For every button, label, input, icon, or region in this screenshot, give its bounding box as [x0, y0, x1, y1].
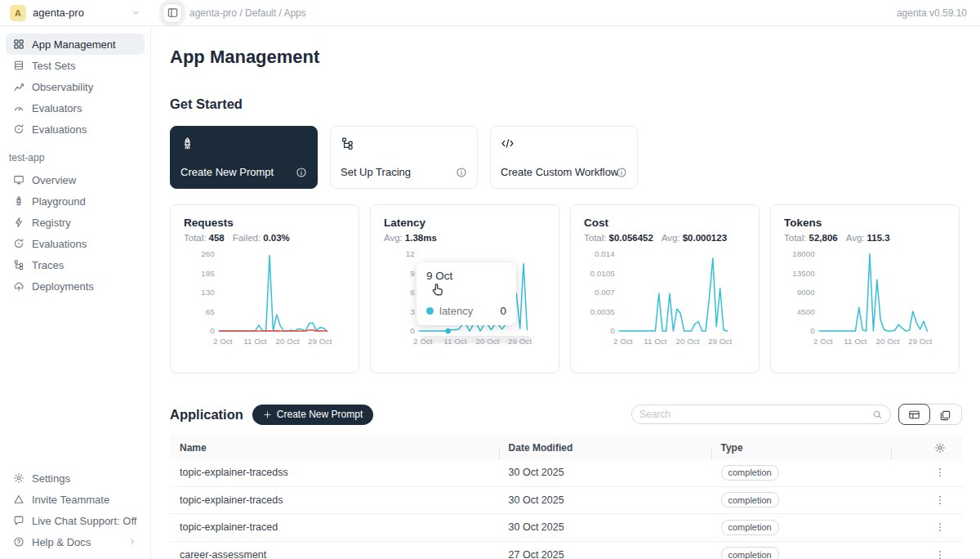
grid-icon — [13, 38, 24, 50]
sidebar-item-label: Deployments — [32, 280, 94, 293]
cost-chart[interactable]: 00.00350.0070.01050.0142 Oct11 Oct20 Oct… — [584, 246, 747, 350]
sidebar-item-overview[interactable]: Overview — [6, 169, 145, 190]
sidebar-item-label: Overview — [32, 174, 76, 186]
sidebar-item-traces[interactable]: Traces — [6, 254, 145, 275]
get-started-card-label: Set Up Tracing — [341, 166, 411, 178]
triangle-icon — [13, 494, 24, 505]
cell-type: completion — [711, 520, 891, 535]
svg-text:11 Oct: 11 Oct — [443, 337, 467, 346]
table-view-button[interactable] — [898, 404, 930, 425]
svg-text:20 Oct: 20 Oct — [275, 337, 299, 346]
sidebar-item-label: Evaluators — [32, 102, 82, 114]
sidebar-item-label: App Management — [32, 38, 116, 51]
svg-text:0.0035: 0.0035 — [590, 307, 615, 316]
dots-vertical-icon — [934, 494, 946, 506]
dots-vertical-icon — [934, 549, 946, 559]
application-heading: Application — [170, 407, 243, 423]
topbar: A agenta-pro agenta-pro / Default / Apps… — [0, 0, 980, 26]
sidebar-item-registry[interactable]: Registry — [6, 212, 145, 233]
stat-card-summary: Avg:1.38ms — [384, 233, 546, 243]
stat-card-cost: CostTotal:$0.056452Avg:$0.00012300.00350… — [570, 204, 760, 373]
main-content: App Management Get Started Create New Pr… — [151, 0, 980, 559]
svg-text:11 Oct: 11 Oct — [844, 337, 867, 346]
table-row[interactable]: topic-explainer-traceds30 Oct 2025comple… — [170, 487, 962, 515]
sidebar-item-observability[interactable]: Observability — [6, 76, 145, 97]
info-icon[interactable] — [616, 167, 627, 178]
app-version: agenta v0.59.10 — [897, 7, 980, 19]
search-input[interactable] — [639, 409, 872, 420]
sidebar-item-evaluations[interactable]: Evaluations — [6, 119, 145, 140]
search-icon[interactable] — [872, 409, 883, 420]
table-settings-button[interactable] — [891, 442, 962, 454]
stat-card-summary: Total:458Failed:0.03% — [184, 233, 345, 243]
sidebar-footer-nav: SettingsInvite TeammateLive Chat Support… — [6, 467, 145, 552]
svg-text:9000: 9000 — [797, 288, 816, 297]
table-row[interactable]: career-assessment27 Oct 2025completion — [170, 542, 962, 559]
cursor-hand-icon — [430, 282, 445, 297]
svg-text:2 Oct: 2 Oct — [613, 337, 633, 346]
svg-text:4500: 4500 — [797, 307, 816, 316]
monitor-icon — [13, 174, 24, 186]
stat-card-tokens: TokensTotal:52,806Avg:115.30450090001350… — [770, 204, 960, 373]
row-menu-button[interactable] — [891, 494, 962, 506]
sidebar-item-label: Test Sets — [32, 60, 75, 72]
sidebar-item-app-management[interactable]: App Management — [6, 34, 145, 55]
page-title: App Management — [170, 46, 962, 69]
panel-icon — [167, 7, 179, 19]
sidebar-item-help-docs[interactable]: Help & Docs — [6, 531, 145, 552]
svg-text:11 Oct: 11 Oct — [644, 337, 667, 346]
workspace-name: agenta-pro — [33, 7, 84, 19]
info-icon[interactable] — [296, 167, 307, 178]
cell-date-modified: 30 Oct 2025 — [499, 521, 711, 533]
workspace-selector[interactable]: A agenta-pro — [0, 5, 151, 21]
cell-type: completion — [711, 547, 891, 559]
tokens-chart[interactable]: 04500900013500180002 Oct11 Oct20 Oct29 O… — [784, 246, 947, 350]
gear-icon — [13, 472, 24, 484]
sidebar-section-label: test-app — [7, 152, 143, 163]
stat-card-latency: LatencyAvg:1.38ms0369122 Oct11 Oct20 Oct… — [370, 204, 559, 373]
get-started-card-set-up-tracing[interactable]: Set Up Tracing — [330, 126, 478, 189]
sidebar-item-test-sets[interactable]: Test Sets — [6, 55, 145, 76]
sidebar-item-deployments[interactable]: Deployments — [6, 275, 145, 297]
breadcrumb[interactable]: agenta-pro / Default / Apps — [189, 7, 306, 19]
svg-text:3: 3 — [410, 307, 415, 316]
type-tag: completion — [721, 547, 779, 559]
svg-text:130: 130 — [201, 288, 215, 297]
svg-text:29 Oct: 29 Oct — [508, 337, 532, 346]
svg-text:2 Oct: 2 Oct — [213, 337, 233, 346]
get-started-card-create-custom-workflow[interactable]: Create Custom Workflow — [490, 126, 638, 189]
row-menu-button[interactable] — [891, 521, 962, 533]
table-row[interactable]: topic-explainer-tracedss30 Oct 2025compl… — [170, 459, 962, 487]
sidebar-item-live-chat-support-off[interactable]: Live Chat Support: Off — [6, 510, 145, 531]
sidebar-item-settings[interactable]: Settings — [6, 467, 145, 489]
sidebar-item-label: Evaluations — [32, 123, 87, 136]
sidebar-item-evaluators[interactable]: Evaluators — [6, 97, 145, 119]
dots-vertical-icon — [934, 521, 946, 533]
card-view-button[interactable] — [929, 405, 961, 426]
svg-text:6: 6 — [410, 288, 415, 297]
cell-type: completion — [711, 465, 891, 481]
table-body: topic-explainer-tracedss30 Oct 2025compl… — [170, 459, 962, 559]
sidebar-item-evaluations[interactable]: Evaluations — [6, 233, 145, 254]
sidebar-item-playground[interactable]: Playground — [6, 190, 145, 212]
view-toggle — [898, 404, 962, 425]
requests-chart[interactable]: 0651301952602 Oct11 Oct20 Oct29 Oct — [184, 246, 347, 350]
table-row[interactable]: topic-explainer-traced30 Oct 2025complet… — [170, 514, 962, 542]
create-new-prompt-button[interactable]: Create New Prompt — [252, 405, 373, 425]
svg-text:20 Oct: 20 Oct — [475, 337, 499, 346]
sidebar-item-label: Registry — [32, 217, 71, 229]
sidebar-item-label: Live Chat Support: Off — [32, 515, 136, 527]
tooltip-date: 9 Oct — [426, 270, 506, 282]
row-menu-button[interactable] — [891, 549, 962, 559]
row-menu-button[interactable] — [891, 467, 962, 478]
card-view-icon — [939, 409, 951, 422]
cell-name: topic-explainer-tracedss — [170, 467, 499, 478]
sidebar-item-invite-teammate[interactable]: Invite Teammate — [6, 489, 145, 510]
info-icon[interactable] — [456, 167, 467, 178]
svg-text:29 Oct: 29 Oct — [708, 337, 732, 346]
sidebar-toggle-button[interactable] — [163, 3, 182, 23]
svg-text:12: 12 — [406, 249, 415, 258]
table-view-icon — [908, 409, 920, 421]
refresh-circle-icon — [13, 238, 24, 249]
get-started-card-create-new-prompt[interactable]: Create New Prompt — [170, 126, 318, 189]
